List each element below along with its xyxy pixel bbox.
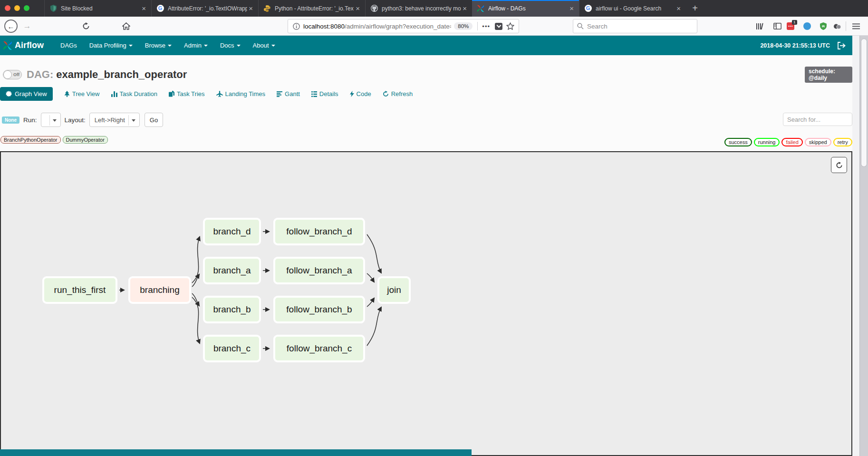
toggle-off-label: Off	[12, 72, 19, 77]
zoom-level-badge[interactable]: 80%	[454, 22, 473, 30]
dag-node-run_this_first[interactable]: run_this_first	[42, 276, 117, 304]
home-button[interactable]	[119, 19, 133, 33]
menu-admin[interactable]: Admin	[178, 36, 214, 55]
landing-times-link[interactable]: Landing Times	[216, 90, 266, 97]
tab-title: Airflow - DAGs	[488, 5, 568, 12]
tab-airflow-dags[interactable]: Airflow - DAGs ×	[472, 0, 579, 17]
menu-data-profiling[interactable]: Data Profiling	[83, 36, 139, 55]
tab-github-issue[interactable]: python3: behave incorrectly mo ×	[365, 0, 472, 17]
menu-browse[interactable]: Browse	[139, 36, 178, 55]
browser-search-bar[interactable]	[573, 19, 697, 33]
library-button[interactable]	[752, 19, 767, 33]
code-link[interactable]: Code	[350, 90, 371, 97]
extension-adblock-button[interactable]: •••1	[783, 19, 798, 33]
dag-node-follow_branch_b[interactable]: follow_branch_b	[273, 296, 365, 323]
dag-node-join[interactable]: join	[377, 276, 411, 304]
dag-pause-toggle[interactable]: Off	[3, 70, 22, 79]
dag-node-branch_b[interactable]: branch_b	[203, 296, 261, 323]
tab-airflow-ui-search[interactable]: G airflow ui - Google Search ×	[579, 0, 686, 17]
node-label: follow_branch_c	[287, 343, 352, 354]
airflow-dag-page: Off DAG: example_branch_operator schedul…	[0, 55, 852, 456]
task-duration-link[interactable]: Task Duration	[111, 90, 157, 97]
sidebar-icon	[773, 23, 781, 29]
pocket-save-icon[interactable]	[495, 23, 502, 30]
tab-attributeerror-search[interactable]: G AttributeError: '_io.TextIOWrapp ×	[151, 0, 258, 17]
macos-window-controls	[5, 5, 29, 11]
menu-about[interactable]: About	[247, 36, 281, 55]
chevron-down-icon	[237, 45, 241, 47]
dag-node-follow_branch_c[interactable]: follow_branch_c	[273, 335, 365, 362]
node-label: join	[387, 285, 401, 295]
url-text[interactable]: localhost:8080/admin/airflow/graph?execu…	[303, 23, 451, 30]
hamburger-icon	[852, 23, 860, 29]
node-label: follow_branch_d	[286, 226, 352, 237]
gantt-link[interactable]: Gantt	[277, 90, 300, 97]
browser-search-input[interactable]	[587, 23, 682, 30]
copy-icon	[169, 91, 174, 97]
dag-graph-canvas[interactable]: run_this_first branching branch_d follow…	[0, 151, 852, 456]
node-label: follow_branch_b	[286, 304, 352, 315]
window-zoom-button[interactable]	[24, 5, 29, 11]
dag-node-follow_branch_d[interactable]: follow_branch_d	[273, 218, 365, 245]
dag-node-branch_a[interactable]: branch_a	[203, 257, 261, 284]
tab-close-icon[interactable]: ×	[568, 4, 575, 12]
search-icon	[577, 23, 584, 29]
bookmark-star-icon[interactable]	[506, 22, 514, 30]
graph-refresh-button[interactable]	[831, 157, 847, 173]
dag-node-follow_branch_a[interactable]: follow_branch_a	[273, 257, 365, 284]
scrollbar-thumb[interactable]	[861, 39, 867, 167]
scrollbar[interactable]	[859, 36, 868, 456]
extension-blue-button[interactable]	[800, 19, 814, 33]
menu-button[interactable]	[849, 19, 863, 33]
page-info-icon[interactable]	[293, 23, 300, 30]
dag-title-row: Off DAG: example_branch_operator	[3, 68, 187, 81]
back-arrow-icon: ←	[4, 19, 18, 33]
graph-view-button[interactable]: Graph View	[0, 87, 53, 101]
sidebars-button[interactable]	[770, 19, 784, 33]
details-link[interactable]: Details	[311, 90, 338, 97]
dag-node-branch_d[interactable]: branch_d	[203, 218, 261, 245]
tab-close-icon[interactable]: ×	[675, 4, 682, 12]
dag-node-branching[interactable]: branching	[128, 276, 191, 304]
task-search-input[interactable]	[783, 113, 852, 126]
page-actions-icon[interactable]: •••	[482, 23, 490, 30]
chevron-down-icon	[129, 45, 133, 47]
back-button[interactable]: ←	[4, 19, 18, 33]
tab-close-icon[interactable]: ×	[354, 4, 361, 12]
tab-close-icon[interactable]: ×	[247, 4, 254, 12]
go-button[interactable]: Go	[145, 113, 163, 127]
window-close-button[interactable]	[5, 5, 10, 11]
node-label: follow_branch_a	[286, 265, 352, 276]
menu-dags[interactable]: DAGs	[54, 36, 83, 55]
forward-button[interactable]: →	[20, 19, 34, 33]
tab-close-icon[interactable]: ×	[140, 4, 147, 12]
reload-button[interactable]	[79, 19, 93, 33]
refresh-icon	[836, 162, 843, 169]
window-minimize-button[interactable]	[14, 5, 20, 11]
airflow-brand[interactable]: Airflow	[3, 40, 44, 50]
tab-python-stackoverflow[interactable]: Python - AttributeError: '_io.Tex ×	[258, 0, 365, 17]
state-legend: success running failed skipped retry que…	[724, 136, 868, 148]
tab-site-blocked[interactable]: Site Blocked ×	[44, 0, 151, 17]
tab-close-icon[interactable]: ×	[461, 4, 468, 12]
extension-shield-button[interactable]	[816, 19, 830, 33]
tab-bar: Site Blocked × G AttributeError: '_io.Te…	[0, 0, 868, 17]
node-label: run_this_first	[54, 285, 106, 295]
bolt-icon	[350, 91, 354, 97]
task-tries-link[interactable]: Task Tries	[169, 90, 205, 97]
dag-node-branch_c[interactable]: branch_c	[203, 335, 261, 362]
layout-label: Layout:	[65, 116, 86, 124]
chevron-down-icon	[204, 45, 208, 47]
new-tab-button[interactable]: +	[688, 2, 702, 15]
run-select[interactable]	[41, 113, 61, 127]
refresh-link[interactable]: Refresh	[383, 90, 413, 97]
menu-docs[interactable]: Docs	[214, 36, 247, 55]
tree-view-link[interactable]: Tree View	[64, 90, 100, 97]
legend-dummyoperator: DummyOperator	[63, 136, 108, 144]
url-bar[interactable]: localhost:8080/admin/airflow/graph?execu…	[288, 19, 519, 33]
extension-circles-button[interactable]	[830, 19, 844, 33]
logout-icon[interactable]	[838, 42, 846, 49]
run-layout-controls: None Run: Layout: Left->Right Go	[2, 113, 163, 127]
layout-select[interactable]: Left->Right	[89, 113, 140, 127]
forward-arrow-icon: →	[23, 21, 31, 31]
